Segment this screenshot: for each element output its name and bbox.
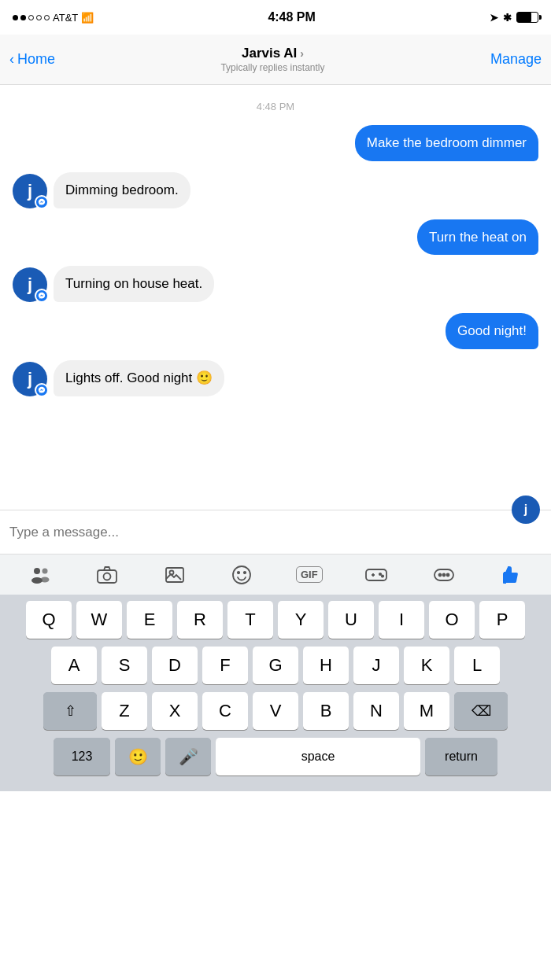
svg-point-9	[238, 571, 239, 573]
avatar: j	[13, 267, 47, 302]
key-b[interactable]: B	[303, 692, 349, 730]
key-j[interactable]: J	[353, 647, 399, 684]
chevron-right-icon: ›	[300, 47, 304, 60]
chat-timestamp: 4:48 PM	[13, 101, 538, 112]
toolbar: GIF	[0, 554, 551, 595]
message-row: Good night!	[13, 313, 538, 349]
key-q[interactable]: Q	[26, 601, 72, 639]
key-y[interactable]: Y	[278, 601, 324, 639]
key-n[interactable]: N	[353, 692, 399, 730]
nav-bar: ‹ Home Jarvis AI › Typically replies ins…	[0, 35, 551, 85]
key-z[interactable]: Z	[102, 692, 147, 730]
key-l[interactable]: L	[454, 647, 500, 684]
wifi-icon: 📶	[81, 12, 94, 24]
message-bubble: Turn the heat on	[417, 219, 538, 256]
key-s[interactable]: S	[102, 647, 147, 684]
key-o[interactable]: O	[429, 601, 475, 639]
message-bubble: Lights off. Good night 🙂	[54, 360, 224, 396]
key-x[interactable]: X	[152, 692, 198, 730]
battery-icon	[516, 12, 538, 23]
messenger-badge	[35, 195, 49, 209]
status-time: 4:48 PM	[268, 10, 315, 24]
status-right: ➤ ✱	[490, 12, 538, 24]
key-e[interactable]: E	[127, 601, 172, 639]
svg-rect-4	[98, 570, 116, 583]
svg-point-5	[104, 573, 111, 580]
svg-point-10	[244, 571, 246, 573]
message-row: j Turning on house heat.	[13, 266, 538, 302]
space-key[interactable]: space	[216, 738, 420, 776]
photo-icon[interactable]	[158, 558, 191, 591]
camera-icon[interactable]	[91, 558, 124, 591]
thumbsup-icon[interactable]	[494, 558, 527, 591]
nav-center: Jarvis AI › Typically replies instantly	[220, 46, 324, 73]
svg-point-18	[442, 573, 445, 576]
svg-point-15	[382, 575, 383, 577]
key-a[interactable]: A	[51, 647, 97, 684]
keyboard-row-1: Q W E R T Y U I O P	[3, 601, 548, 639]
message-input[interactable]	[9, 525, 542, 540]
status-bar: AT&T 📶 4:48 PM ➤ ✱	[0, 0, 551, 35]
status-left: AT&T 📶	[13, 12, 94, 24]
signal-dots	[13, 15, 50, 20]
floating-avatar: j	[512, 496, 540, 524]
mic-key[interactable]: 🎤	[165, 738, 211, 776]
message-row: j Dimming bedroom.	[13, 172, 538, 208]
messenger-badge	[35, 383, 49, 397]
contacts-icon[interactable]	[24, 558, 57, 591]
key-t[interactable]: T	[227, 601, 273, 639]
gif-label[interactable]: GIF	[296, 566, 323, 583]
more-icon[interactable]	[427, 558, 460, 591]
shift-key[interactable]: ⇧	[43, 692, 97, 730]
key-f[interactable]: F	[202, 647, 248, 684]
key-d[interactable]: D	[152, 647, 198, 684]
gif-icon[interactable]: GIF	[293, 558, 326, 591]
key-r[interactable]: R	[177, 601, 223, 639]
key-p[interactable]: P	[479, 601, 525, 639]
key-w[interactable]: W	[76, 601, 122, 639]
message-bubble: Dimming bedroom.	[54, 172, 190, 208]
nav-title: Jarvis AI ›	[242, 46, 304, 61]
svg-point-17	[438, 573, 441, 576]
message-bubble: Make the bedroom dimmer	[355, 125, 538, 161]
svg-point-0	[34, 568, 40, 574]
key-i[interactable]: I	[379, 601, 424, 639]
message-bubble: Turning on house heat.	[54, 266, 214, 302]
location-icon: ➤	[490, 12, 498, 24]
svg-point-19	[446, 573, 449, 576]
avatar: j	[13, 362, 47, 396]
emoji-icon[interactable]	[225, 558, 258, 591]
messenger-badge	[35, 289, 49, 303]
nav-subtitle: Typically replies instantly	[220, 62, 324, 73]
input-bar	[0, 510, 551, 554]
emoji-key[interactable]: 🙂	[115, 738, 161, 776]
key-m[interactable]: M	[404, 692, 449, 730]
avatar: j	[13, 174, 47, 208]
message-row: j Lights off. Good night 🙂	[13, 360, 538, 396]
delete-key[interactable]: ⌫	[454, 692, 508, 730]
key-k[interactable]: K	[404, 647, 449, 684]
keyboard-row-bottom: 123 🙂 🎤 space return	[3, 738, 548, 776]
back-button[interactable]: ‹ Home	[9, 51, 55, 68]
chat-area: 4:48 PM Make the bedroom dimmer j Dimmin…	[0, 85, 551, 510]
key-g[interactable]: G	[253, 647, 298, 684]
return-key[interactable]: return	[425, 738, 497, 776]
keyboard: Q W E R T Y U I O P A S D F G H J K L ⇧ …	[0, 595, 551, 791]
bluetooth-icon: ✱	[503, 12, 512, 24]
message-row: Make the bedroom dimmer	[13, 125, 538, 161]
numbers-key[interactable]: 123	[54, 738, 110, 776]
svg-point-8	[233, 566, 250, 584]
keyboard-row-2: A S D F G H J K L	[3, 647, 548, 684]
manage-button[interactable]: Manage	[490, 51, 542, 68]
carrier-label: AT&T	[53, 12, 78, 24]
svg-point-3	[40, 577, 49, 582]
chevron-left-icon: ‹	[9, 51, 14, 68]
game-icon[interactable]	[360, 558, 393, 591]
svg-point-14	[379, 573, 381, 574]
message-row: Turn the heat on	[13, 219, 538, 256]
key-u[interactable]: U	[328, 601, 374, 639]
key-v[interactable]: V	[253, 692, 298, 730]
key-h[interactable]: H	[303, 647, 349, 684]
key-c[interactable]: C	[202, 692, 248, 730]
keyboard-row-3: ⇧ Z X C V B N M ⌫	[3, 692, 548, 730]
